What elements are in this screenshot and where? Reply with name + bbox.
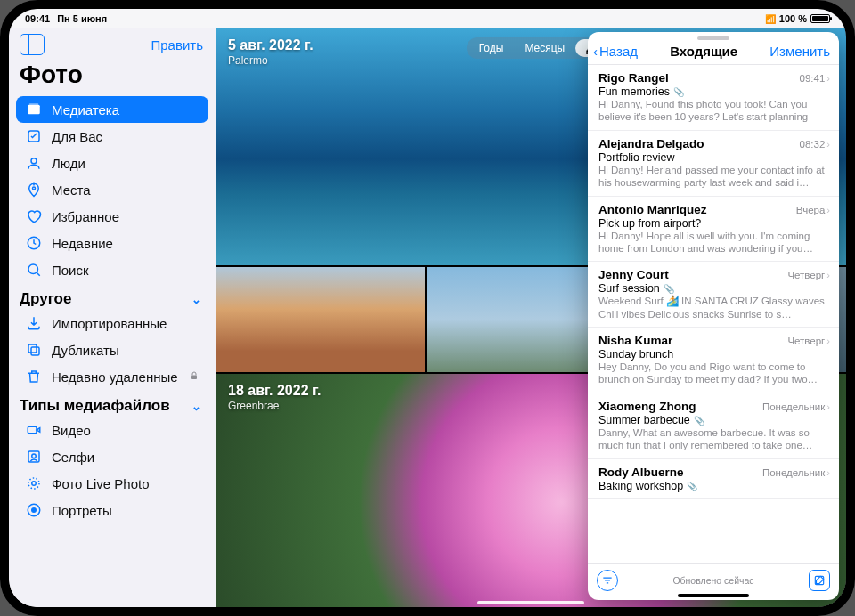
section-media-types[interactable]: Типы медиафайлов ⌄ xyxy=(16,390,208,417)
mail-sender: Alejandra Delgado xyxy=(598,137,794,150)
sidebar-item-heart[interactable]: Избранное xyxy=(16,203,208,230)
svg-line-7 xyxy=(37,272,40,276)
svg-rect-0 xyxy=(28,105,40,115)
chevron-right-icon: › xyxy=(826,270,830,280)
sidebar-item-import[interactable]: Импортированные xyxy=(16,310,208,336)
status-time: 09:41 xyxy=(25,13,50,24)
mail-row[interactable]: Antonio ManriquezВчера›Pick up from airp… xyxy=(588,197,839,263)
mail-row[interactable]: Alejandra Delgado08:32›Portfolio reviewH… xyxy=(588,131,839,197)
mail-back-button[interactable]: ‹ Назад xyxy=(593,44,638,59)
mail-subject: Pick up from airport? xyxy=(598,217,830,230)
photo-thumbnail[interactable] xyxy=(216,267,425,372)
mail-preview: Danny, What an awesome barbecue. It was … xyxy=(598,426,830,452)
svg-point-17 xyxy=(32,508,37,513)
svg-rect-12 xyxy=(28,451,39,462)
sidebar-edit-button[interactable]: Править xyxy=(151,37,204,53)
sidebar-item-label: Люди xyxy=(52,156,86,171)
sidebar-item-foryou[interactable]: Для Вас xyxy=(16,123,208,150)
svg-rect-8 xyxy=(31,347,39,355)
places-icon xyxy=(25,181,43,199)
sidebar-item-livephoto[interactable]: Фото Live Photo xyxy=(16,470,208,497)
sidebar-item-trash[interactable]: Недавно удаленные xyxy=(16,363,208,390)
sidebar-item-clock[interactable]: Недавние xyxy=(16,230,208,256)
svg-rect-1 xyxy=(29,103,39,105)
mail-time: Вчера xyxy=(796,205,825,215)
chevron-left-icon: ‹ xyxy=(593,44,598,59)
sidebar-item-places[interactable]: Места xyxy=(16,176,208,203)
mail-time: 09:41 xyxy=(800,73,826,84)
mail-subject: Fun memories📎 xyxy=(598,85,830,98)
mail-filter-button[interactable] xyxy=(597,570,618,591)
sidebar-item-label: Недавно удаленные xyxy=(52,369,178,385)
sidebar-item-selfie[interactable]: Селфи xyxy=(16,443,208,470)
mail-time: 08:32 xyxy=(800,139,826,150)
mail-preview: Hi Danny! Hope all is well with you. I'm… xyxy=(598,230,830,255)
mail-slideover: ‹ Назад Входящие Изменить Rigo Rangel09:… xyxy=(588,32,839,600)
mail-subject: Summer barbecue📎 xyxy=(598,414,830,426)
mail-subject: Surf session📎 xyxy=(598,282,830,295)
mail-row[interactable]: Xiaomeng ZhongПонедельник›Summer barbecu… xyxy=(588,393,839,459)
sidebar-item-label: Недавние xyxy=(52,236,113,251)
home-indicator[interactable] xyxy=(477,601,584,604)
slideover-grabber[interactable] xyxy=(697,36,729,40)
sidebar-item-label: Дубликаты xyxy=(52,343,119,358)
slideover-home-indicator[interactable] xyxy=(678,594,749,597)
sidebar-item-portrait[interactable]: Портреты xyxy=(16,497,208,523)
sidebar-item-people[interactable]: Люди xyxy=(16,150,208,176)
segment-years[interactable]: Годы xyxy=(468,39,515,57)
mail-row[interactable]: Rigo Rangel09:41›Fun memories📎Hi Danny, … xyxy=(588,65,839,131)
mail-preview: Weekend Surf 🏄 IN SANTA CRUZ Glassy wave… xyxy=(598,295,830,320)
sidebar-item-label: Медиатека xyxy=(52,102,119,118)
sidebar-item-label: Фото Live Photo xyxy=(52,476,150,491)
mail-sender: Nisha Kumar xyxy=(598,334,782,347)
chevron-right-icon: › xyxy=(826,336,830,346)
mail-row[interactable]: Rody AlbuerneПонедельник›Baking workshop… xyxy=(588,459,839,499)
sidebar-item-label: Портреты xyxy=(52,503,112,518)
mail-edit-button[interactable]: Изменить xyxy=(770,44,830,59)
lock-icon xyxy=(189,370,200,384)
import-icon xyxy=(25,314,43,332)
mail-status: Обновлено сейчас xyxy=(672,575,753,586)
mail-preview: Hi Danny! Herland passed me your contact… xyxy=(598,164,830,190)
compose-button[interactable] xyxy=(809,570,830,591)
chevron-right-icon: › xyxy=(826,467,830,478)
mail-subject: Sunday brunch xyxy=(598,348,830,361)
library-icon xyxy=(25,101,43,118)
sidebar-item-video[interactable]: Видео xyxy=(16,417,208,443)
foryou-icon xyxy=(25,127,43,145)
duplicates-icon xyxy=(25,341,43,359)
people-icon xyxy=(25,154,43,172)
sidebar-item-library[interactable]: Медиатека xyxy=(16,96,208,123)
sidebar-item-search[interactable]: Поиск xyxy=(16,256,208,283)
mail-title: Входящие xyxy=(670,44,737,59)
sidebar-item-label: Избранное xyxy=(52,209,119,224)
sidebar-item-duplicates[interactable]: Дубликаты xyxy=(16,336,208,363)
mail-row[interactable]: Jenny CourtЧетверг›Surf session📎Weekend … xyxy=(588,262,839,328)
mail-sender: Xiaomeng Zhong xyxy=(598,400,757,413)
section-other[interactable]: Другое ⌄ xyxy=(16,283,208,310)
attachment-icon: 📎 xyxy=(673,87,684,97)
sidebar-item-label: Места xyxy=(52,182,91,198)
mail-preview: Hi Danny, Found this photo you took! Can… xyxy=(598,98,830,124)
sidebar-item-label: Видео xyxy=(52,423,91,438)
sidebar-item-label: Импортированные xyxy=(52,316,167,331)
toggle-sidebar-button[interactable] xyxy=(20,34,45,55)
segment-months[interactable]: Месяцы xyxy=(514,39,575,57)
chevron-right-icon: › xyxy=(826,139,830,150)
attachment-icon: 📎 xyxy=(687,482,697,491)
mail-row[interactable]: Nisha KumarЧетверг›Sunday brunchHey Dann… xyxy=(588,328,839,393)
svg-rect-9 xyxy=(28,344,37,353)
livephoto-icon xyxy=(25,474,43,492)
svg-rect-11 xyxy=(28,426,37,434)
mail-sender: Antonio Manriquez xyxy=(598,203,791,216)
group-header: 18 авг. 2022 г. Greenbrae xyxy=(228,383,321,412)
svg-point-6 xyxy=(28,264,38,274)
svg-point-3 xyxy=(31,158,37,164)
clock-icon xyxy=(25,234,43,252)
mail-sender: Rigo Rangel xyxy=(598,71,794,85)
status-date: Пн 5 июня xyxy=(57,13,107,24)
mail-list[interactable]: Rigo Rangel09:41›Fun memories📎Hi Danny, … xyxy=(588,65,839,563)
chevron-down-icon: ⌄ xyxy=(191,400,201,413)
chevron-right-icon: › xyxy=(826,205,830,215)
photos-sidebar: Править Фото МедиатекаДля ВасЛюдиМестаИз… xyxy=(9,28,216,607)
